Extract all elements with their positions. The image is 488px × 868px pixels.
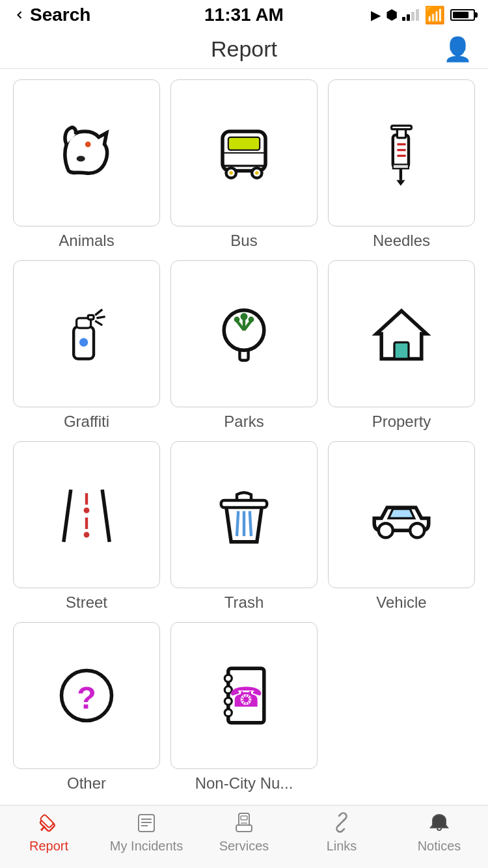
- tab-my-incidents[interactable]: My Incidents: [98, 812, 195, 854]
- grid-item-parks[interactable]: Parks: [170, 260, 318, 431]
- svg-line-25: [95, 321, 102, 325]
- svg-rect-21: [88, 315, 94, 319]
- grid-card-animals[interactable]: [13, 79, 160, 226]
- links-tab-label: Links: [327, 839, 357, 854]
- other-label: Other: [67, 774, 106, 793]
- svg-text:?: ?: [77, 680, 96, 715]
- bus-icon: [208, 117, 280, 189]
- links-tab-icon: [331, 812, 352, 836]
- grid-card-non-city[interactable]: ☎: [170, 622, 318, 769]
- grid-item-trash[interactable]: Trash: [170, 441, 318, 612]
- svg-rect-18: [393, 165, 409, 169]
- vehicle-icon: [366, 479, 437, 550]
- grid-item-non-city[interactable]: ☎ Non-City Nu...: [170, 622, 318, 793]
- grid-item-animals[interactable]: Animals: [13, 79, 160, 250]
- parks-label: Parks: [224, 413, 264, 431]
- svg-point-32: [234, 317, 240, 323]
- trash-label: Trash: [224, 593, 264, 612]
- graffiti-icon: [51, 298, 122, 370]
- notices-tab-icon: [429, 812, 450, 836]
- services-tab-label: Services: [219, 839, 269, 854]
- battery-icon: [450, 9, 475, 21]
- svg-line-37: [102, 490, 109, 542]
- grid-item-graffiti[interactable]: Graffiti: [13, 260, 160, 431]
- svg-point-0: [85, 141, 91, 147]
- grid-card-street[interactable]: [13, 441, 160, 588]
- status-bar: Search 11:31 AM ▶ ⬢ 📶: [0, 0, 488, 30]
- tab-links[interactable]: Links: [293, 812, 390, 854]
- svg-line-70: [339, 820, 344, 825]
- location-icon: ▶: [371, 7, 381, 23]
- trash-icon: [208, 479, 280, 550]
- non-city-icon: ☎: [208, 660, 280, 731]
- grid-card-parks[interactable]: [170, 260, 318, 407]
- svg-point-7: [255, 171, 259, 175]
- services-tab-icon: [234, 812, 254, 836]
- svg-line-24: [96, 317, 105, 318]
- svg-rect-3: [228, 137, 260, 150]
- tab-services[interactable]: Services: [195, 812, 293, 854]
- svg-text:☎: ☎: [229, 682, 263, 712]
- svg-rect-66: [241, 816, 247, 820]
- back-label: Search: [30, 5, 90, 25]
- svg-rect-42: [221, 500, 267, 508]
- page-title: Report: [211, 36, 277, 62]
- svg-point-39: [84, 508, 90, 513]
- street-label: Street: [66, 593, 107, 612]
- vehicle-label: Vehicle: [376, 593, 426, 612]
- svg-point-47: [410, 523, 424, 537]
- grid-item-bus[interactable]: Bus: [170, 79, 318, 250]
- report-tab-label: Report: [29, 839, 68, 854]
- my-incidents-tab-label: My Incidents: [110, 839, 183, 854]
- animals-label: Animals: [59, 232, 114, 250]
- status-back[interactable]: Search: [13, 5, 90, 25]
- grid-item-needles[interactable]: Needles: [328, 79, 475, 250]
- tab-bar: Report My Incidents Services: [0, 805, 488, 868]
- svg-rect-12: [392, 126, 412, 129]
- street-icon: [51, 479, 122, 550]
- svg-point-46: [379, 523, 393, 537]
- grid-item-property[interactable]: Property: [328, 260, 475, 431]
- svg-marker-14: [396, 180, 405, 186]
- needles-icon: [366, 117, 437, 189]
- header: Report 👤: [0, 30, 488, 69]
- svg-point-41: [84, 532, 90, 537]
- status-time: 11:31 AM: [204, 5, 284, 25]
- grid-card-bus[interactable]: [170, 79, 318, 226]
- svg-point-1: [77, 156, 85, 161]
- grid-item-street[interactable]: Street: [13, 441, 160, 612]
- svg-line-23: [95, 310, 102, 316]
- grid-card-vehicle[interactable]: [328, 441, 475, 588]
- graffiti-label: Graffiti: [64, 413, 109, 431]
- grid-item-vehicle[interactable]: Vehicle: [328, 441, 475, 612]
- grid-item-other[interactable]: ? Other: [13, 622, 160, 793]
- tab-report[interactable]: Report: [0, 812, 98, 854]
- signal-icon: [402, 9, 419, 21]
- grid-card-needles[interactable]: [328, 79, 475, 226]
- report-grid: Animals Bus: [0, 69, 488, 803]
- svg-rect-35: [394, 342, 409, 359]
- svg-line-36: [64, 490, 71, 542]
- tab-notices[interactable]: Notices: [390, 812, 488, 854]
- svg-point-31: [241, 313, 248, 320]
- grid-card-property[interactable]: [328, 260, 475, 407]
- svg-line-43: [237, 511, 238, 537]
- svg-rect-69: [236, 825, 252, 832]
- property-icon: [366, 298, 437, 370]
- svg-point-33: [249, 317, 254, 323]
- parks-icon: [208, 298, 280, 370]
- needles-label: Needles: [373, 232, 430, 250]
- svg-line-45: [250, 511, 251, 537]
- grid-card-trash[interactable]: [170, 441, 318, 588]
- svg-point-51: [224, 675, 232, 682]
- profile-button[interactable]: 👤: [443, 36, 472, 63]
- status-right: ▶ ⬢ 📶: [371, 5, 475, 25]
- wifi-icon: 📶: [424, 5, 445, 25]
- report-tab-icon: [38, 812, 59, 836]
- grid-card-other[interactable]: ?: [13, 622, 160, 769]
- grid-card-graffiti[interactable]: [13, 260, 160, 407]
- my-incidents-tab-icon: [136, 812, 157, 836]
- bus-label: Bus: [230, 232, 257, 250]
- other-icon: ?: [51, 660, 122, 731]
- non-city-label: Non-City Nu...: [195, 774, 293, 793]
